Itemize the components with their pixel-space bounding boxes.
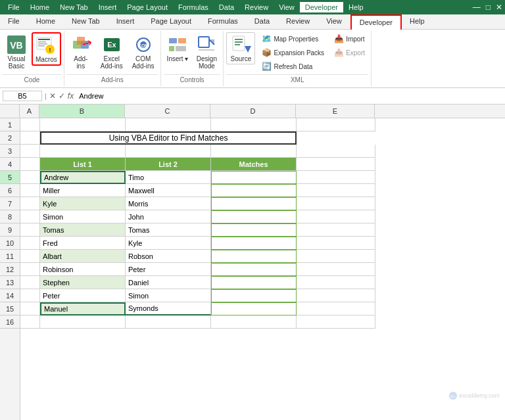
cell-a13[interactable]	[20, 276, 40, 289]
cell-reference[interactable]	[3, 91, 42, 101]
cell-a7[interactable]	[20, 197, 40, 210]
menu-page-layout[interactable]: Page Layout	[122, 2, 173, 12]
cell-e16[interactable]	[297, 315, 375, 329]
formula-input[interactable]	[76, 91, 502, 101]
cell-b6[interactable]: Miller	[40, 184, 126, 197]
cell-e5[interactable]	[297, 171, 375, 184]
cell-c1[interactable]	[126, 118, 211, 131]
col-header-e[interactable]: E	[296, 105, 375, 118]
row-header-5[interactable]: 5	[0, 171, 20, 184]
cell-b13[interactable]: Stephen	[40, 276, 126, 289]
window-minimize[interactable]: —	[473, 3, 481, 12]
cell-d1[interactable]	[211, 118, 297, 131]
cell-b5[interactable]: Andrew	[40, 171, 126, 184]
cell-e15[interactable]	[297, 302, 375, 315]
cell-b2-title[interactable]: Using VBA Editor to Find Matches	[40, 131, 297, 145]
cell-e14[interactable]	[297, 289, 375, 302]
cell-a6[interactable]	[20, 184, 40, 197]
tab-formulas[interactable]: Formulas	[200, 14, 247, 29]
cell-b12[interactable]: Robinson	[40, 263, 126, 276]
visual-basic-button[interactable]: VB VisualBasic	[3, 32, 30, 72]
row-header-6[interactable]: 6	[0, 184, 20, 197]
cell-a12[interactable]	[20, 263, 40, 276]
cancel-formula-icon[interactable]: ✕	[49, 91, 56, 101]
col-header-b[interactable]: B	[39, 105, 125, 118]
tab-page-layout[interactable]: Page Layout	[143, 14, 200, 29]
tab-home[interactable]: Home	[28, 14, 64, 29]
cell-a3[interactable]	[20, 145, 40, 158]
cell-e11[interactable]	[297, 250, 375, 263]
cell-d16[interactable]	[211, 315, 297, 329]
tab-new-tab[interactable]: New Tab	[64, 14, 108, 29]
cell-d6[interactable]	[211, 184, 297, 197]
cell-c7[interactable]: Morris	[126, 197, 211, 210]
row-header-3[interactable]: 3	[0, 145, 20, 158]
cell-b10[interactable]: Fred	[40, 237, 126, 250]
cell-d11[interactable]	[211, 250, 297, 263]
menu-file[interactable]: File	[3, 2, 25, 12]
cell-c13[interactable]: Daniel	[126, 276, 211, 289]
tab-review[interactable]: Review	[278, 14, 318, 29]
cell-b8[interactable]: Simon	[40, 210, 126, 223]
row-header-16[interactable]: 16	[0, 315, 20, 329]
cell-e12[interactable]	[297, 263, 375, 276]
cell-b15[interactable]: Manuel	[40, 302, 126, 315]
cell-d3[interactable]	[211, 145, 297, 158]
cell-d13[interactable]	[211, 276, 297, 289]
col-header-c[interactable]: C	[125, 105, 210, 118]
cell-d8[interactable]	[211, 210, 297, 223]
confirm-formula-icon[interactable]: ✓	[59, 91, 65, 101]
cell-d12[interactable]	[211, 263, 297, 276]
cell-b3[interactable]	[40, 145, 126, 158]
row-header-11[interactable]: 11	[0, 250, 20, 263]
cell-d15[interactable]	[211, 302, 297, 315]
menu-review[interactable]: Review	[239, 2, 274, 12]
cell-b14[interactable]: Peter	[40, 289, 126, 302]
menu-new-tab[interactable]: New Tab	[55, 2, 93, 12]
cell-d4-header[interactable]: Matches	[211, 158, 297, 171]
insert-control-button[interactable]: Insert ▾	[164, 32, 192, 64]
menu-developer[interactable]: Developer	[300, 2, 343, 12]
menu-data[interactable]: Data	[214, 2, 239, 12]
cell-b7[interactable]: Kyle	[40, 197, 126, 210]
row-header-4[interactable]: 4	[0, 158, 20, 171]
tab-file[interactable]: File	[0, 14, 28, 29]
row-header-1[interactable]: 1	[0, 118, 20, 131]
cell-a15[interactable]	[20, 302, 40, 315]
cell-e3[interactable]	[297, 145, 375, 158]
insert-function-icon[interactable]: fx	[68, 91, 74, 101]
tab-insert[interactable]: Insert	[108, 14, 143, 29]
tab-help[interactable]: Help	[402, 14, 433, 29]
tab-data[interactable]: Data	[247, 14, 278, 29]
cell-a14[interactable]	[20, 289, 40, 302]
cell-c11[interactable]: Robson	[126, 250, 211, 263]
tab-view[interactable]: View	[318, 14, 350, 29]
row-header-8[interactable]: 8	[0, 210, 20, 223]
excel-addins-button[interactable]: Ex ExcelAdd-ins	[97, 32, 126, 72]
menu-insert[interactable]: Insert	[93, 2, 122, 12]
addins-button[interactable]: Add-ins	[67, 32, 95, 72]
import-button[interactable]: 📥 Import	[330, 32, 368, 45]
cell-a2[interactable]	[20, 131, 40, 145]
row-header-10[interactable]: 10	[0, 237, 20, 250]
menu-view[interactable]: View	[274, 2, 300, 12]
cell-c10[interactable]: Kyle	[126, 237, 211, 250]
cell-d14[interactable]	[211, 289, 297, 302]
refresh-data-button[interactable]: 🔄 Refresh Data	[258, 60, 327, 73]
cell-b11[interactable]: Albart	[40, 250, 126, 263]
cell-c3[interactable]	[126, 145, 211, 158]
cell-a8[interactable]	[20, 210, 40, 223]
macros-button[interactable]: ! Macros	[32, 32, 61, 66]
cell-d9[interactable]	[211, 223, 297, 237]
window-maximize[interactable]: □	[486, 3, 491, 12]
map-properties-button[interactable]: 🗺️ Map Properties	[258, 32, 327, 45]
row-header-13[interactable]: 13	[0, 276, 20, 289]
cell-b4-header[interactable]: List 1	[40, 158, 126, 171]
cell-a4[interactable]	[20, 158, 40, 171]
cell-e4[interactable]	[297, 158, 375, 171]
row-header-9[interactable]: 9	[0, 223, 20, 237]
cell-b16[interactable]	[40, 315, 126, 329]
tab-developer[interactable]: Developer	[350, 14, 402, 30]
cell-c16[interactable]	[126, 315, 211, 329]
cell-e1[interactable]	[297, 118, 375, 131]
